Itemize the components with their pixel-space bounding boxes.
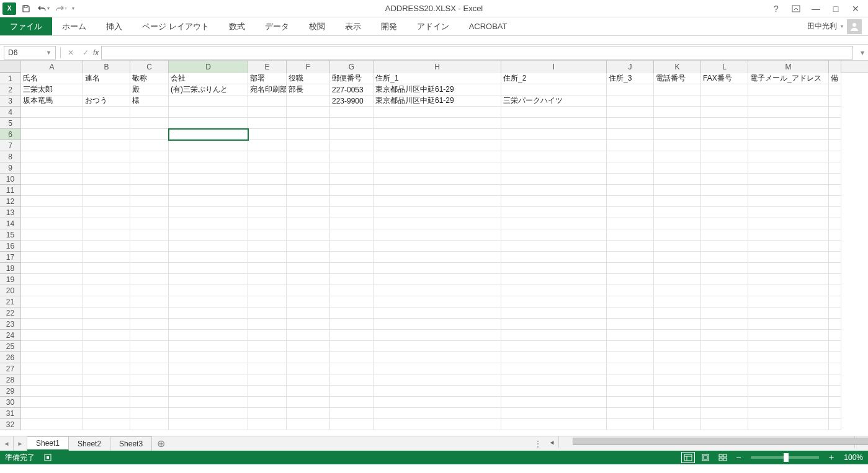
cell-G30[interactable] (330, 397, 374, 408)
horizontal-scrollbar[interactable]: ◄ ► (545, 436, 868, 448)
cell-N11[interactable] (829, 185, 841, 196)
cell-I12[interactable] (501, 196, 607, 207)
cell-D7[interactable] (169, 140, 248, 151)
cell-C2[interactable]: 殿 (130, 84, 169, 95)
cell-A27[interactable] (21, 363, 83, 374)
row-header-15[interactable]: 15 (0, 229, 21, 241)
cell-A22[interactable] (21, 307, 83, 319)
cell-L6[interactable] (701, 129, 748, 140)
cell-A1[interactable]: 氏名 (21, 73, 83, 84)
cell-M15[interactable] (748, 229, 829, 241)
cell-E19[interactable] (248, 274, 287, 285)
column-header-H[interactable]: H (374, 61, 501, 73)
cell-A13[interactable] (21, 207, 83, 218)
cell-E13[interactable] (248, 207, 287, 218)
cell-H25[interactable] (374, 341, 501, 352)
cell-G9[interactable] (330, 162, 374, 174)
cell-D30[interactable] (169, 397, 248, 408)
cell-K8[interactable] (654, 151, 701, 162)
hscroll-thumb[interactable] (573, 438, 868, 445)
row-header-26[interactable]: 26 (0, 352, 21, 363)
cell-A5[interactable] (21, 118, 83, 129)
cell-L4[interactable] (701, 107, 748, 118)
cell-D5[interactable] (169, 118, 248, 129)
excel-logo-icon[interactable]: X (2, 2, 16, 15)
cell-H4[interactable] (374, 107, 501, 118)
cell-H27[interactable] (374, 363, 501, 374)
cell-G27[interactable] (330, 363, 374, 374)
cell-B21[interactable] (83, 296, 130, 307)
cell-I6[interactable] (501, 129, 607, 140)
redo-button[interactable]: ▾ (53, 1, 68, 16)
row-header-7[interactable]: 7 (0, 140, 21, 151)
cell-B2[interactable] (83, 84, 130, 95)
column-header-E[interactable]: E (248, 61, 287, 73)
cell-K4[interactable] (654, 107, 701, 118)
cell-A24[interactable] (21, 330, 83, 341)
cell-I20[interactable] (501, 285, 607, 296)
cell-N15[interactable] (829, 229, 841, 241)
cell-F2[interactable]: 部長 (287, 84, 330, 95)
cell-M5[interactable] (748, 118, 829, 129)
cell-K2[interactable] (654, 84, 701, 95)
cell-A17[interactable] (21, 252, 83, 263)
tab-formula[interactable]: 数式 (219, 17, 255, 35)
cell-C18[interactable] (130, 263, 169, 274)
cell-L1[interactable]: FAX番号 (701, 73, 748, 84)
cell-H16[interactable] (374, 241, 501, 252)
row-header-27[interactable]: 27 (0, 363, 21, 374)
cell-A18[interactable] (21, 263, 83, 274)
cell-B7[interactable] (83, 140, 130, 151)
cell-F12[interactable] (287, 196, 330, 207)
cell-K21[interactable] (654, 296, 701, 307)
cell-H1[interactable]: 住所_1 (374, 73, 501, 84)
cell-D22[interactable] (169, 307, 248, 319)
cell-M28[interactable] (748, 374, 829, 386)
macro-record-icon[interactable] (41, 452, 55, 463)
cell-G15[interactable] (330, 229, 374, 241)
row-header-1[interactable]: 1 (0, 73, 21, 84)
cell-N1[interactable]: 備 (829, 73, 841, 84)
cell-A3[interactable]: 坂本竜馬 (21, 95, 83, 107)
cell-D12[interactable] (169, 196, 248, 207)
cell-L20[interactable] (701, 285, 748, 296)
cell-A25[interactable] (21, 341, 83, 352)
undo-button[interactable]: ▾ (36, 1, 51, 16)
cell-F14[interactable] (287, 218, 330, 229)
row-header-5[interactable]: 5 (0, 118, 21, 129)
cell-E32[interactable] (248, 419, 287, 430)
hscroll-left-icon[interactable]: ◄ (545, 436, 559, 448)
cell-N30[interactable] (829, 397, 841, 408)
cell-F11[interactable] (287, 185, 330, 196)
cell-L8[interactable] (701, 151, 748, 162)
cell-C22[interactable] (130, 307, 169, 319)
cell-K5[interactable] (654, 118, 701, 129)
tab-scroll-handle-icon[interactable]: ⋮ (534, 440, 542, 448)
cell-H24[interactable] (374, 330, 501, 341)
row-header-18[interactable]: 18 (0, 263, 21, 274)
zoom-slider[interactable] (751, 456, 819, 459)
cell-E10[interactable] (248, 174, 287, 185)
cell-H3[interactable]: 東京都品川区中延61-29 (374, 95, 501, 107)
cell-N21[interactable] (829, 296, 841, 307)
cell-F16[interactable] (287, 241, 330, 252)
cell-H32[interactable] (374, 419, 501, 430)
cell-E17[interactable] (248, 252, 287, 263)
row-header-11[interactable]: 11 (0, 185, 21, 196)
cell-K12[interactable] (654, 196, 701, 207)
formula-cancel-button[interactable]: ✕ (63, 46, 78, 60)
cell-I5[interactable] (501, 118, 607, 129)
cell-C11[interactable] (130, 185, 169, 196)
cell-E18[interactable] (248, 263, 287, 274)
cell-D13[interactable] (169, 207, 248, 218)
cell-C12[interactable] (130, 196, 169, 207)
cell-I22[interactable] (501, 307, 607, 319)
cell-J29[interactable] (607, 386, 654, 397)
cell-G31[interactable] (330, 408, 374, 419)
cell-J2[interactable] (607, 84, 654, 95)
cell-F8[interactable] (287, 151, 330, 162)
column-header-N[interactable] (829, 61, 841, 73)
cell-B14[interactable] (83, 218, 130, 229)
cell-F29[interactable] (287, 386, 330, 397)
cell-L19[interactable] (701, 274, 748, 285)
